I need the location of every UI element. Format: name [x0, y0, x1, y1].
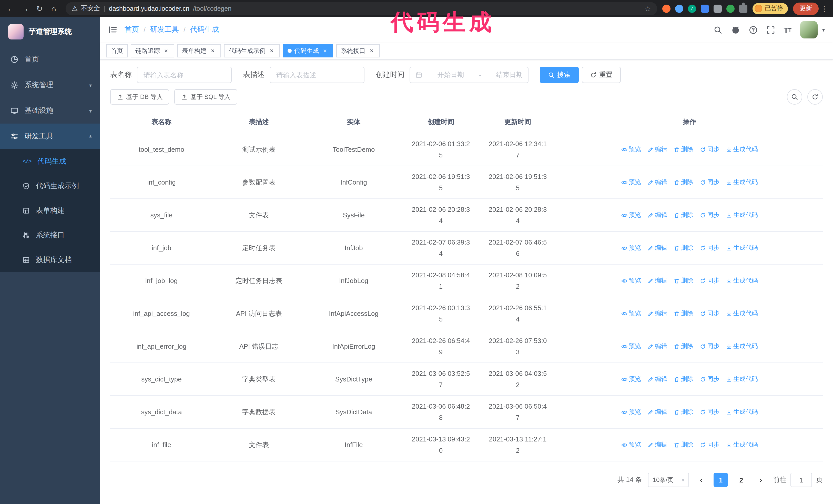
sync-link[interactable]: 同步 — [699, 342, 719, 351]
delete-link[interactable]: 删除 — [673, 309, 693, 318]
edit-link[interactable]: 编辑 — [647, 243, 667, 252]
tab-system-api[interactable]: 系统接口 × — [336, 44, 380, 57]
reset-button[interactable]: 重置 — [582, 67, 621, 83]
sidebar-item-codegen[interactable]: </> 代码生成 — [0, 149, 100, 174]
toggle-search-icon[interactable] — [787, 89, 802, 104]
delete-link[interactable]: 删除 — [673, 145, 693, 154]
next-page-icon[interactable]: › — [755, 473, 767, 487]
tab-tracing[interactable]: 链路追踪 × — [131, 44, 174, 57]
extensions-puzzle-icon[interactable] — [739, 4, 747, 13]
tab-codegen[interactable]: 代码生成 × — [283, 44, 333, 57]
generate-code-link[interactable]: 生成代码 — [725, 440, 758, 449]
generate-code-link[interactable]: 生成代码 — [725, 178, 758, 187]
edit-link[interactable]: 编辑 — [647, 440, 667, 449]
edit-link[interactable]: 编辑 — [647, 342, 667, 351]
generate-code-link[interactable]: 生成代码 — [725, 408, 758, 416]
avatar[interactable] — [800, 21, 818, 39]
page-size-select[interactable]: 10条/页 ▾ — [648, 473, 689, 487]
page-button-2[interactable]: 2 — [734, 473, 748, 487]
preview-link[interactable]: 预览 — [621, 375, 641, 384]
breadcrumb-devtools[interactable]: 研发工具 — [150, 25, 179, 34]
bookmark-star-icon[interactable]: ☆ — [645, 4, 651, 13]
page-button-1[interactable]: 1 — [714, 473, 728, 487]
table-desc-input[interactable] — [270, 67, 364, 83]
sidebar-item-home[interactable]: 首页 — [0, 47, 100, 72]
generate-code-link[interactable]: 生成代码 — [725, 145, 758, 154]
back-icon[interactable]: ← — [4, 2, 18, 15]
fullscreen-icon[interactable] — [766, 25, 775, 34]
preview-link[interactable]: 预览 — [621, 309, 641, 318]
sidebar-item-db-doc[interactable]: 数据库文档 — [0, 248, 100, 272]
reload-icon[interactable]: ↻ — [33, 2, 46, 15]
tab-codegen-example[interactable]: 代码生成示例 × — [224, 44, 280, 57]
extension-icon-orange[interactable] — [662, 4, 670, 13]
sidebar-item-codegen-example[interactable]: 代码生成示例 — [0, 174, 100, 198]
sidebar-item-system[interactable]: 系统管理 ▾ — [0, 72, 100, 98]
sync-link[interactable]: 同步 — [699, 277, 719, 285]
sync-link[interactable]: 同步 — [699, 243, 719, 252]
edit-link[interactable]: 编辑 — [647, 145, 667, 154]
preview-link[interactable]: 预览 — [621, 178, 641, 187]
extension-icon-leaf[interactable] — [727, 4, 735, 13]
sidebar-item-system-api[interactable]: 系统接口 — [0, 223, 100, 248]
preview-link[interactable]: 预览 — [621, 342, 641, 351]
delete-link[interactable]: 删除 — [673, 243, 693, 252]
preview-link[interactable]: 预览 — [621, 277, 641, 285]
avatar-caret-icon[interactable]: ▾ — [822, 27, 825, 32]
sync-link[interactable]: 同步 — [699, 375, 719, 384]
preview-link[interactable]: 预览 — [621, 243, 641, 252]
extension-icon-gray[interactable] — [714, 4, 722, 13]
edit-link[interactable]: 编辑 — [647, 277, 667, 285]
generate-code-link[interactable]: 生成代码 — [725, 243, 758, 252]
sync-link[interactable]: 同步 — [699, 408, 719, 416]
edit-link[interactable]: 编辑 — [647, 408, 667, 416]
sync-link[interactable]: 同步 — [699, 440, 719, 449]
preview-link[interactable]: 预览 — [621, 440, 641, 449]
sync-link[interactable]: 同步 — [699, 178, 719, 187]
close-icon[interactable]: × — [268, 47, 275, 54]
edit-link[interactable]: 编辑 — [647, 211, 667, 219]
sync-link[interactable]: 同步 — [699, 145, 719, 154]
preview-link[interactable]: 预览 — [621, 145, 641, 154]
forward-icon[interactable]: → — [19, 2, 32, 15]
generate-code-link[interactable]: 生成代码 — [725, 309, 758, 318]
breadcrumb-home[interactable]: 首页 — [124, 25, 139, 34]
sync-link[interactable]: 同步 — [699, 309, 719, 318]
browser-menu-icon[interactable]: ⋮ — [820, 4, 829, 13]
delete-link[interactable]: 删除 — [673, 408, 693, 416]
sidebar-item-infra[interactable]: 基础设施 ▾ — [0, 98, 100, 124]
extension-icon-green-check[interactable]: ✓ — [688, 4, 696, 13]
delete-link[interactable]: 删除 — [673, 342, 693, 351]
github-icon[interactable] — [731, 25, 740, 34]
preview-link[interactable]: 预览 — [621, 408, 641, 416]
address-bar[interactable]: ⚠ 不安全 | dashboard.yudao.iocoder.cn/tool/… — [66, 2, 657, 15]
logo[interactable]: 芋道管理系统 — [0, 17, 100, 47]
close-icon[interactable]: × — [163, 47, 170, 54]
tab-form-builder[interactable]: 表单构建 × — [177, 44, 221, 57]
generate-code-link[interactable]: 生成代码 — [725, 211, 758, 219]
search-icon[interactable] — [713, 25, 722, 34]
preview-link[interactable]: 预览 — [621, 211, 641, 219]
edit-link[interactable]: 编辑 — [647, 375, 667, 384]
date-range-picker[interactable]: 开始日期 - 结束日期 — [410, 67, 528, 83]
sidebar-item-form-builder[interactable]: 表单构建 — [0, 198, 100, 223]
close-icon[interactable]: × — [322, 47, 329, 54]
security-chip[interactable]: ⚠ 不安全 — [72, 4, 100, 13]
close-icon[interactable]: × — [368, 47, 375, 54]
sync-link[interactable]: 同步 — [699, 211, 719, 219]
sidebar-item-devtools[interactable]: 研发工具 ▾ — [0, 124, 100, 149]
close-icon[interactable]: × — [209, 47, 216, 54]
table-name-input[interactable] — [137, 67, 232, 83]
delete-link[interactable]: 删除 — [673, 211, 693, 219]
refresh-table-icon[interactable] — [807, 89, 823, 104]
browser-update-button[interactable]: 更新 — [793, 2, 819, 15]
edit-link[interactable]: 编辑 — [647, 309, 667, 318]
generate-code-link[interactable]: 生成代码 — [725, 375, 758, 384]
help-icon[interactable] — [749, 25, 757, 34]
font-size-icon[interactable]: TT — [784, 25, 791, 34]
paused-extension-badge[interactable]: 已暂停 — [753, 3, 788, 14]
prev-page-icon[interactable]: ‹ — [695, 473, 708, 487]
goto-page-input[interactable] — [790, 473, 812, 487]
import-db-button[interactable]: 基于 DB 导入 — [110, 89, 169, 104]
delete-link[interactable]: 删除 — [673, 178, 693, 187]
